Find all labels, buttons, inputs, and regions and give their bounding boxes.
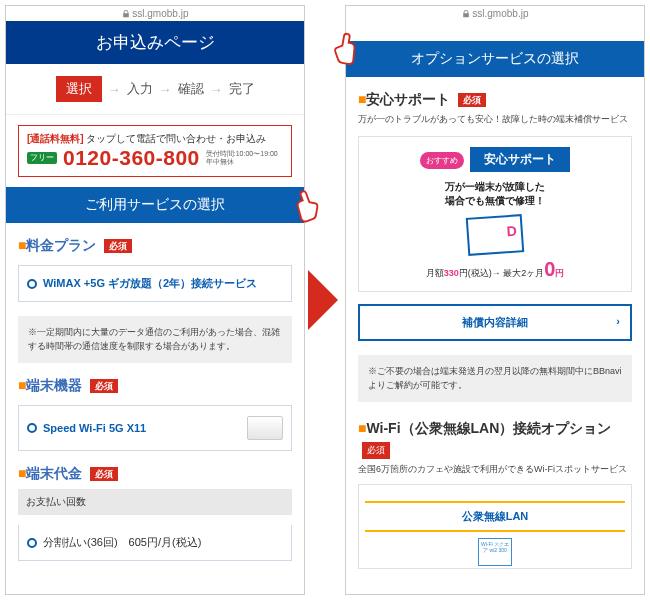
url-bar: ssl.gmobb.jp [6, 6, 304, 21]
step-done: 完了 [229, 80, 255, 98]
transition-arrow-icon [308, 270, 338, 330]
promo-name: 安心サポート [470, 147, 570, 172]
phone-hours: 受付時間:10:00〜19:00年中無休 [206, 150, 278, 167]
freedial-icon: フリー [27, 152, 57, 164]
left-screen: ssl.gmobb.jp お申込みページ 選択 → 入力 → 確認 → 完了 [… [5, 5, 305, 595]
step-current: 選択 [56, 76, 102, 102]
price-title: ■端末代金 必須 [18, 465, 292, 483]
required-badge: 必須 [458, 93, 486, 107]
progress-steps: 選択 → 入力 → 確認 → 完了 [6, 64, 304, 115]
tap-text: タップして電話で問い合わせ・お申込み [86, 133, 266, 144]
lan-header: 公衆無線LAN [365, 501, 625, 532]
section-header-service: ご利用サービスの選択 [6, 187, 304, 223]
url-text: ssl.gmobb.jp [472, 8, 528, 19]
free-label: [通話料無料] [27, 133, 84, 144]
phone-box[interactable]: [通話料無料] タップして電話で問い合わせ・お申込み フリー 0120-360-… [18, 125, 292, 177]
device-image [247, 416, 283, 440]
price-option-label: 分割払い(36回) 605円/月(税込) [43, 535, 201, 550]
anshin-note: ※ご不要の場合は端末発送月の翌月以降の無料期間中にBBnaviよりご解約が可能で… [358, 355, 632, 402]
wifi-option-box: 公衆無線LAN Wi-Fi スクエア wi2 300 [358, 484, 632, 569]
lock-icon [462, 10, 470, 18]
device-illustration [466, 214, 525, 256]
section-header-option: オプションサービスの選択 [346, 41, 644, 77]
lock-icon [122, 10, 130, 18]
page-title: お申込みページ [6, 21, 304, 64]
promo-price: 月額330円(税込)→ 最大2ヶ月0円 [365, 258, 625, 281]
detail-button[interactable]: 補償内容詳細 [358, 304, 632, 341]
url-bar: ssl.gmobb.jp [346, 6, 644, 21]
arrow-icon: → [159, 82, 172, 97]
radio-icon [27, 423, 37, 433]
anshin-sub: 万が一のトラブルがあっても安心！故障した時の端末補償サービス [358, 113, 632, 126]
plan-option[interactable]: WiMAX +5G ギガ放題（2年）接続サービス [18, 265, 292, 302]
required-badge: 必須 [90, 379, 118, 393]
radio-icon [27, 538, 37, 548]
wifi-sub: 全国6万箇所のカフェや施設で利用ができるWi-Fiスポットサービス [358, 463, 632, 476]
url-text: ssl.gmobb.jp [132, 8, 188, 19]
plan-note: ※一定期間内に大量のデータ通信のご利用があった場合、混雑する時間帯の通信速度を制… [18, 316, 292, 363]
wifi-title: ■Wi-Fi（公衆無線LAN）接続オプション [358, 420, 632, 438]
radio-icon [27, 279, 37, 289]
pay-count-header: お支払い回数 [18, 489, 292, 515]
step-confirm: 確認 [178, 80, 204, 98]
required-badge: 必須 [104, 239, 132, 253]
phone-number: 0120-360-800 [63, 146, 200, 170]
plan-option-label: WiMAX +5G ギガ放題（2年）接続サービス [43, 276, 257, 291]
arrow-icon: → [210, 82, 223, 97]
device-title: ■端末機器 必須 [18, 377, 292, 395]
required-badge: 必須 [362, 442, 390, 459]
price-option[interactable]: 分割払い(36回) 605円/月(税込) [18, 525, 292, 561]
anshin-title: ■安心サポート 必須 [358, 91, 632, 109]
arrow-icon: → [108, 82, 121, 97]
phone-line1: [通話料無料] タップして電話で問い合わせ・お申込み [27, 132, 283, 146]
promo-msg: 万が一端末が故障した場合でも無償で修理！ [365, 180, 625, 208]
pointer-hand-icon [323, 25, 367, 69]
required-badge: 必須 [90, 467, 118, 481]
recommend-badge: おすすめ [420, 152, 464, 169]
device-option[interactable]: Speed Wi-Fi 5G X11 [18, 405, 292, 451]
wifi-square-logo: Wi-Fi スクエア wi2 300 [478, 538, 512, 566]
right-screen: ssl.gmobb.jp オプションサービスの選択 ■安心サポート 必須 万が一… [345, 5, 645, 595]
step-input: 入力 [127, 80, 153, 98]
anshin-promo: おすすめ 安心サポート 万が一端末が故障した場合でも無償で修理！ 月額330円(… [358, 136, 632, 292]
device-option-label: Speed Wi-Fi 5G X11 [43, 422, 146, 434]
plan-title: ■料金プラン 必須 [18, 237, 292, 255]
